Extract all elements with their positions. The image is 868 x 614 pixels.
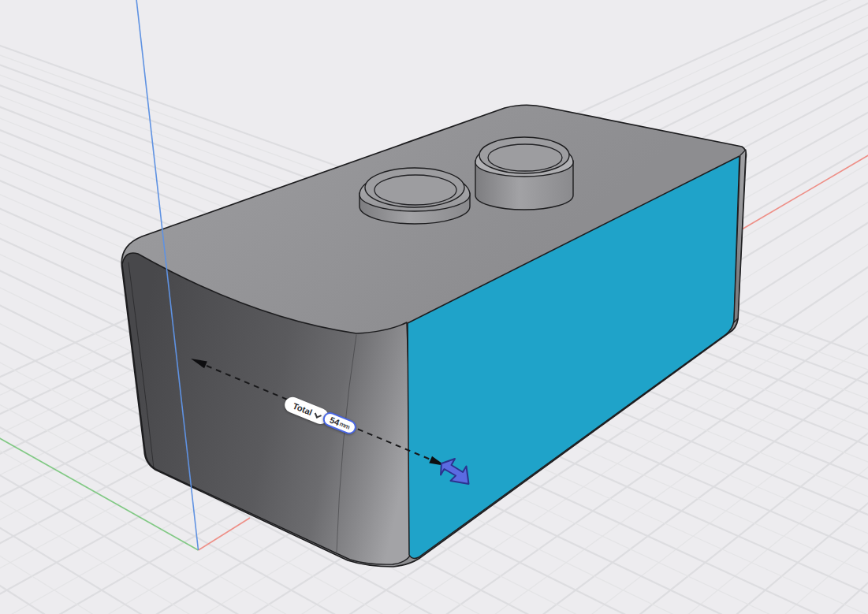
stud-back-top [479,137,569,173]
axis-x-red-far [742,151,868,229]
grid-line [0,0,140,614]
scene-canvas [0,0,868,614]
stud-back[interactable] [475,137,573,210]
cad-viewport[interactable]: Total 54 mm [0,0,868,614]
stud-front[interactable] [359,168,470,224]
chevron-down-icon [314,411,322,419]
dimension-unit: mm [338,420,351,430]
stud-front-top [365,168,464,207]
